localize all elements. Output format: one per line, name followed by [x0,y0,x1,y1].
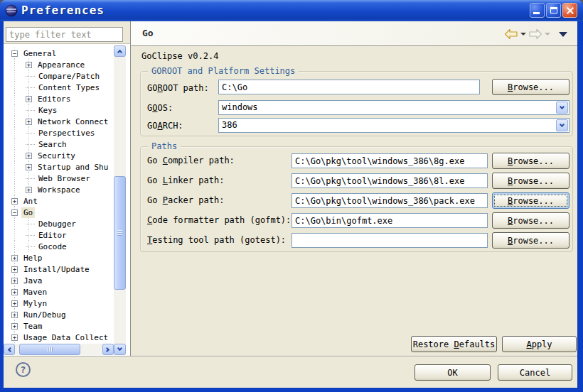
close-button[interactable] [562,3,577,18]
expand-icon[interactable]: + [26,62,32,68]
window-title: Preferences [21,0,105,21]
tree-item-search[interactable]: Search [4,138,114,150]
go-linker-path-browse-button[interactable]: Browse... [492,173,569,189]
expand-icon[interactable]: + [26,119,32,125]
apply-button[interactable]: Apply [502,336,577,352]
tree-item-go[interactable]: −Go [4,207,114,218]
tree-item-general[interactable]: −General [4,48,114,59]
tree-item-ant[interactable]: +Ant [4,195,114,207]
tree-item-install-update[interactable]: +Install/Update [4,263,114,275]
expand-icon[interactable]: + [11,289,18,295]
code-formatter-path-input[interactable] [292,213,488,228]
expand-icon[interactable]: + [11,198,18,205]
goroot-browse-button[interactable]: Browse... [492,79,569,95]
expand-icon[interactable]: + [26,153,32,159]
vertical-scrollbar-thumb[interactable] [114,176,126,290]
tree-item-content-types[interactable]: Content Types [4,82,114,93]
tree-item-compare-patch[interactable]: Compare/Patch [4,70,114,82]
tree-item-network-connect[interactable]: +Network Connect [4,116,114,127]
expand-icon[interactable]: + [26,96,32,102]
chevron-right-icon [105,347,109,352]
goarch-combobox[interactable]: 386 [218,118,569,133]
tree-item-appearance[interactable]: +Appearance [4,59,114,70]
maximize-button[interactable] [546,3,561,18]
scroll-left-button[interactable] [4,344,15,355]
testing-tool-path-browse-button[interactable]: Browse... [492,232,569,249]
code-formatter-path-browse-button[interactable]: Browse... [492,212,569,229]
tree-item-web-browser[interactable]: Web Browser [4,173,114,184]
horizontal-scrollbar-thumb[interactable] [19,344,80,355]
tree-item-perspectives[interactable]: Perspectives [4,127,114,138]
expand-icon[interactable]: + [11,300,18,307]
tree-vertical-scrollbar[interactable] [114,45,126,355]
tree-item-workspace[interactable]: +Workspace [4,184,114,195]
expand-icon[interactable]: + [11,266,18,273]
go-compiler-path-input[interactable] [292,153,488,168]
goos-combobox[interactable]: windows [218,100,569,115]
tree-item-editors[interactable]: +Editors [4,93,114,104]
go-compiler-path-browse-button[interactable]: Browse... [492,153,569,169]
scroll-down-button[interactable] [114,344,126,355]
go-linker-path-input[interactable] [292,173,488,188]
paths-group: Paths Go Compiler path:Browse...Go Linke… [140,146,573,252]
goos-selected-value: windows [222,102,258,112]
tree-item-startup-and-shu[interactable]: +Startup and Shu [4,161,114,173]
tree-horizontal-scrollbar[interactable] [4,344,114,355]
go-packer-path-input[interactable] [292,193,488,208]
expand-icon[interactable]: + [26,164,32,170]
expand-icon[interactable]: + [26,187,32,193]
forward-arrow-icon[interactable] [529,29,542,39]
go-packer-path-browse-button[interactable]: Browse... [492,192,569,209]
restore-defaults-button[interactable]: Restore Defaults [411,336,497,352]
expand-icon[interactable]: + [11,312,18,318]
tree-item-run-debug[interactable]: +Run/Debug [4,309,114,320]
back-arrow-icon[interactable] [505,29,518,39]
tree-item-label: Install/Update [21,264,92,275]
tree-item-debugger[interactable]: Debugger [4,218,114,229]
expand-icon[interactable]: + [11,334,18,341]
page-navigation [505,29,567,39]
goroot-path-input[interactable] [218,80,480,94]
tree-item-maven[interactable]: +Maven [4,286,114,298]
cancel-button[interactable]: Cancel [498,364,572,381]
go-packer-path-label: Go Packer path: [147,195,224,205]
back-history-dropdown-icon[interactable] [520,33,526,36]
expand-icon[interactable]: + [11,255,18,261]
forward-history-dropdown-icon[interactable] [545,33,550,36]
expand-icon[interactable]: + [11,323,18,330]
tree-item-label: General [21,48,58,59]
tree-item-editor[interactable]: Editor [4,229,114,241]
expand-icon[interactable]: + [11,278,18,284]
goarch-label: GOARCH: [147,121,183,131]
tree-item-label: Mylyn [21,298,49,309]
goroot-path-label: GOROOT path: [147,83,209,93]
filter-input[interactable] [6,27,123,42]
tree-item-usage-data-collect[interactable]: +Usage Data Collect [4,332,114,343]
goos-dropdown-button[interactable] [556,102,568,114]
minimize-button[interactable] [530,3,545,18]
tree-item-gocode[interactable]: Gocode [4,241,114,252]
titlebar[interactable]: Preferences [0,0,583,21]
code-formatter-path-row: Code formatter path (gofmt):Browse... [141,213,572,229]
collapse-icon[interactable]: − [11,50,18,57]
goos-label: GOOS: [147,103,173,113]
tree-item-help[interactable]: +Help [4,252,114,263]
eclipse-icon [5,4,18,17]
collapse-icon[interactable]: − [11,209,18,216]
tree-item-security[interactable]: +Security [4,150,114,161]
ok-button[interactable]: OK [414,364,491,381]
scroll-up-button[interactable] [114,45,126,57]
help-button[interactable]: ? [16,362,31,377]
tree-item-team[interactable]: +Team [4,320,114,332]
tree-item-mylyn[interactable]: +Mylyn [4,298,114,309]
tree-item-label: Search [36,139,69,150]
goarch-dropdown-button[interactable] [556,119,568,131]
tree-item-label: Editor [36,230,69,241]
testing-tool-path-input[interactable] [292,233,488,248]
close-icon [563,4,577,17]
tree-item-keys[interactable]: Keys [4,104,114,116]
scroll-right-button[interactable] [102,344,114,355]
tree-item-label: Startup and Shu [36,162,110,173]
view-menu-icon[interactable] [559,32,567,37]
tree-item-java[interactable]: +Java [4,275,114,286]
